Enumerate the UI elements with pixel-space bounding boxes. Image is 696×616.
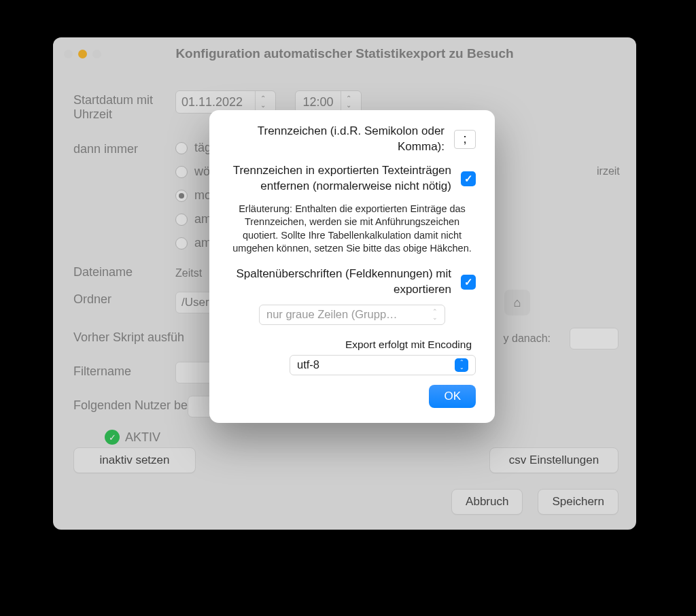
chevron-updown-icon: ⌃⌄ bbox=[455, 358, 468, 372]
strip-separator-label: Trennzeichen in exportierten Texteinträg… bbox=[228, 163, 451, 194]
row-filter-select[interactable]: nur graue Zeilen (Grupp… ⌃⌄ bbox=[259, 305, 445, 325]
encoding-label: Export erfolgt mit Encoding bbox=[345, 339, 472, 351]
export-headers-label: Spaltenüberschriften (Feldkennungen) mit… bbox=[228, 267, 451, 298]
encoding-select[interactable]: utf-8 ⌃⌄ bbox=[290, 355, 476, 375]
strip-separator-note: Erläuterung: Enthalten die exportierten … bbox=[228, 203, 476, 256]
separator-label: Trennzeichen (i.d.R. Semikolon oder Komm… bbox=[228, 124, 445, 155]
chevron-updown-icon: ⌃⌄ bbox=[432, 309, 438, 321]
strip-separator-checkbox[interactable]: ✓ bbox=[461, 171, 476, 186]
encoding-value: utf-8 bbox=[297, 358, 319, 371]
export-headers-checkbox[interactable]: ✓ bbox=[461, 275, 476, 290]
csv-settings-dialog: Trennzeichen (i.d.R. Semikolon oder Komm… bbox=[209, 110, 495, 423]
row-filter-value: nur graue Zeilen (Grupp… bbox=[266, 308, 398, 321]
separator-field[interactable] bbox=[454, 130, 476, 149]
ok-button[interactable]: OK bbox=[429, 385, 476, 408]
